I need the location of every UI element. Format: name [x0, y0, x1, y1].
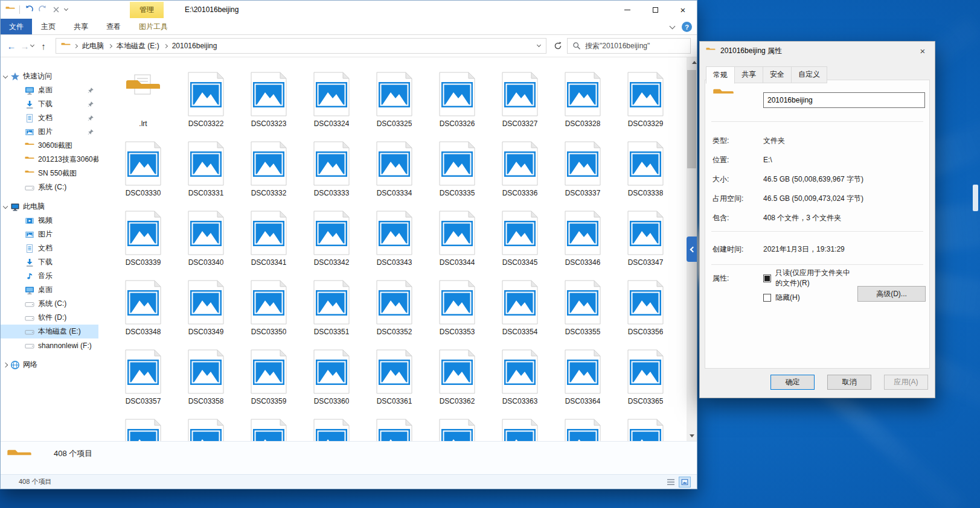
file-item[interactable]: DSC03338	[614, 141, 677, 211]
dialog-tab-general[interactable]: 常规	[706, 66, 735, 84]
maximize-button[interactable]	[641, 1, 669, 19]
sidebar-item-pictures[interactable]: 图片	[1, 125, 98, 139]
sidebar-item-drive-f[interactable]: shannonlewi (F:)	[1, 338, 98, 352]
file-item[interactable]: DSC03352	[363, 280, 426, 349]
file-item[interactable]: DSC03351	[300, 280, 363, 349]
apply-button[interactable]: 应用(A)	[884, 375, 928, 390]
sidebar-item-videos[interactable]: 视频	[1, 214, 98, 227]
file-item[interactable]: DSC03330	[112, 141, 175, 211]
file-item[interactable]: DSC03350	[237, 280, 300, 349]
redo-icon[interactable]	[38, 5, 48, 14]
file-item[interactable]: DSC03357	[112, 349, 175, 419]
explorer-app-icon[interactable]	[5, 6, 15, 14]
sidebar-section-quick-access[interactable]: 快速访问	[1, 69, 98, 83]
file-item[interactable]: DSC03356	[614, 280, 677, 349]
back-button[interactable]: ←	[4, 41, 19, 51]
file-item[interactable]: DSC03327	[488, 72, 551, 141]
file-item-partial[interactable]	[488, 419, 551, 441]
sidebar-item-desktop[interactable]: 桌面	[1, 83, 98, 97]
file-item[interactable]: DSC03333	[300, 141, 363, 211]
file-item[interactable]: DSC03325	[363, 72, 426, 141]
folder-name-input[interactable]	[763, 92, 925, 108]
file-item-partial[interactable]	[300, 419, 363, 441]
sidebar-item-documents[interactable]: 文档	[1, 111, 98, 125]
file-item-partial[interactable]	[426, 419, 488, 441]
file-item[interactable]: DSC03335	[426, 141, 488, 211]
chevron-down-icon[interactable]	[3, 73, 8, 78]
breadcrumb-segment[interactable]: 此电脑	[81, 39, 105, 53]
sidebar-section-network[interactable]: 网络	[1, 358, 98, 372]
file-item[interactable]: DSC03339	[112, 211, 175, 280]
file-item[interactable]: DSC03360	[300, 349, 363, 419]
file-item[interactable]: DSC03347	[614, 211, 677, 280]
cancel-button[interactable]: 取消	[827, 375, 871, 390]
file-item[interactable]: DSC03322	[175, 72, 237, 141]
file-item[interactable]: DSC03332	[237, 141, 300, 211]
sidebar-item-folder-sn550[interactable]: SN 550截图	[1, 167, 98, 180]
file-item-partial[interactable]	[112, 419, 175, 441]
file-item-partial[interactable]	[175, 419, 237, 441]
sidebar-item-desktop[interactable]: 桌面	[1, 283, 98, 297]
file-item-partial[interactable]	[551, 419, 614, 441]
file-item[interactable]: DSC03359	[237, 349, 300, 419]
readonly-checkbox[interactable]	[763, 275, 771, 282]
search-input[interactable]	[585, 42, 690, 50]
ribbon-expand-icon[interactable]	[670, 23, 676, 29]
sidebar-item-music[interactable]: 音乐	[1, 269, 98, 283]
history-dropdown-icon[interactable]	[30, 43, 34, 47]
dialog-tab-customize[interactable]: 自定义	[791, 66, 827, 83]
ribbon-tab-file[interactable]: 文件	[1, 19, 32, 34]
file-item[interactable]: DSC03353	[426, 280, 488, 349]
file-item[interactable]: DSC03340	[175, 211, 237, 280]
file-item[interactable]: DSC03362	[426, 349, 488, 419]
file-item-partial[interactable]	[237, 419, 300, 441]
file-item[interactable]: DSC03329	[614, 72, 677, 141]
file-item[interactable]: DSC03342	[300, 211, 363, 280]
file-item[interactable]: DSC03358	[175, 349, 237, 419]
file-item[interactable]: DSC03336	[488, 141, 551, 211]
search-box[interactable]	[567, 38, 691, 54]
scrollbar-down-button[interactable]	[687, 431, 697, 441]
file-item[interactable]: DSC03328	[551, 72, 614, 141]
refresh-icon[interactable]	[553, 41, 563, 51]
collapse-panel-handle[interactable]	[687, 237, 697, 262]
details-view-icon[interactable]	[666, 477, 676, 487]
sidebar-item-folder-201213[interactable]: 201213技嘉3060截图	[1, 153, 98, 167]
up-button[interactable]: ↑	[36, 41, 51, 51]
thumbnail-view-toggle[interactable]	[679, 477, 691, 487]
dialog-tab-sharing[interactable]: 共享	[734, 66, 763, 83]
chevron-down-icon[interactable]	[3, 203, 8, 208]
file-item[interactable]: DSC03364	[551, 349, 614, 419]
sidebar-item-drive-c[interactable]: 系统 (C:)	[1, 180, 98, 194]
ok-button[interactable]: 确定	[770, 375, 815, 390]
file-item[interactable]: DSC03349	[175, 280, 237, 349]
file-item[interactable]: DSC03334	[363, 141, 426, 211]
ribbon-tab-home[interactable]: 主页	[32, 19, 65, 34]
file-item[interactable]: DSC03345	[488, 211, 551, 280]
ribbon-tab-share[interactable]: 共享	[65, 19, 97, 34]
dialog-close-button[interactable]: ×	[913, 43, 932, 59]
breadcrumb-segment[interactable]: 本地磁盘 (E:)	[115, 39, 161, 53]
forward-button[interactable]: →	[19, 41, 31, 51]
chevron-right-icon[interactable]	[3, 362, 8, 367]
ribbon-tab-view[interactable]: 查看	[97, 19, 130, 34]
file-item[interactable]: DSC03355	[551, 280, 614, 349]
help-icon[interactable]: ?	[682, 22, 692, 32]
file-item[interactable]: DSC03337	[551, 141, 614, 211]
dialog-tab-security[interactable]: 安全	[763, 66, 792, 83]
address-dropdown-icon[interactable]	[537, 43, 541, 47]
minimize-button[interactable]	[613, 1, 641, 19]
ribbon-context-header[interactable]: 管理	[130, 2, 164, 18]
sidebar-item-downloads[interactable]: 下载	[1, 97, 98, 111]
breadcrumb-segment[interactable]: 201016beijing	[171, 39, 219, 53]
file-item[interactable]: DSC03323	[237, 72, 300, 141]
close-button[interactable]: ×	[669, 1, 697, 19]
file-item-partial[interactable]	[614, 419, 677, 441]
delete-icon[interactable]	[52, 5, 60, 14]
scrollbar-thumb[interactable]	[687, 70, 696, 168]
scrollbar-up-button[interactable]	[689, 57, 697, 68]
file-item-partial[interactable]	[363, 419, 426, 441]
file-item[interactable]: .lrt	[112, 72, 175, 141]
undo-icon[interactable]	[24, 5, 34, 14]
advanced-button[interactable]: 高级(D)...	[857, 286, 926, 302]
